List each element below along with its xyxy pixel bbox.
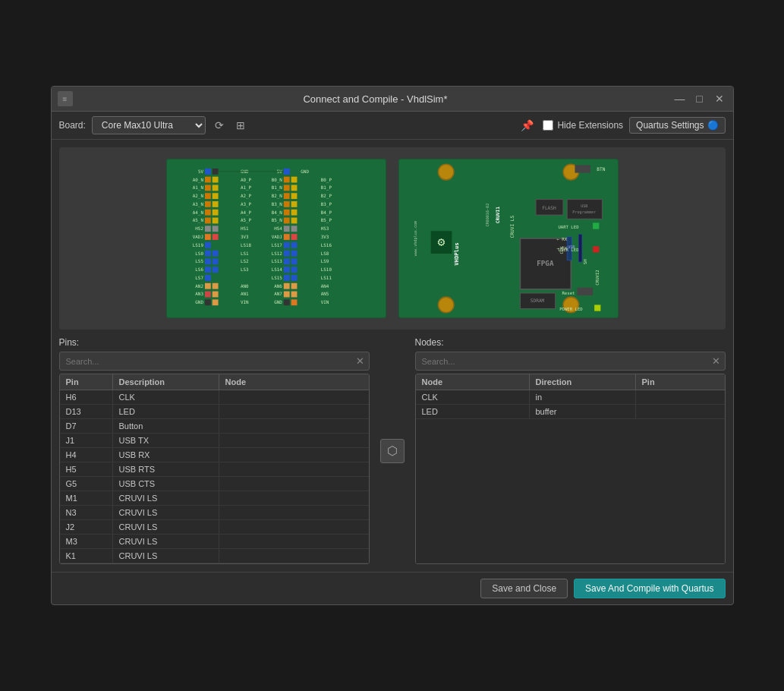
svg-text:A2_N: A2_N bbox=[192, 194, 203, 199]
svg-text:A3_N: A3_N bbox=[192, 202, 203, 207]
pin-r-cell bbox=[636, 405, 725, 418]
svg-text:LS19: LS19 bbox=[192, 243, 203, 248]
pin-cell: J2 bbox=[60, 520, 113, 534]
board-select[interactable]: Core Max10 UltraCore Max10DE0-CVDE1-SoC bbox=[92, 116, 206, 134]
table-row[interactable]: D13 LED bbox=[60, 405, 369, 419]
svg-text:LS0: LS0 bbox=[195, 251, 203, 256]
nodes-table-body[interactable]: CLK in LED buffer bbox=[416, 390, 725, 563]
svg-rect-100 bbox=[212, 292, 218, 298]
nodes-search-input[interactable] bbox=[416, 354, 707, 369]
svg-text:B4_P: B4_P bbox=[320, 210, 332, 216]
table-row[interactable]: M1 CRUVI LS bbox=[60, 491, 369, 506]
node-cell bbox=[219, 535, 369, 548]
svg-rect-1 bbox=[204, 169, 210, 175]
svg-rect-126 bbox=[283, 275, 289, 281]
svg-text:B1_P: B1_P bbox=[320, 185, 332, 191]
table-row[interactable]: K1 CRUVI LS bbox=[60, 549, 369, 563]
table-row[interactable]: D7 Button bbox=[60, 419, 369, 434]
refresh-button[interactable]: ⟳ bbox=[212, 118, 227, 133]
pins-col-description: Description bbox=[113, 374, 219, 390]
svg-rect-94 bbox=[204, 292, 210, 298]
svg-text:B4_N: B4_N bbox=[271, 210, 282, 216]
quartus-settings-button[interactable]: Quartus Settings 🔵 bbox=[629, 117, 725, 134]
table-row[interactable]: LED buffer bbox=[416, 405, 725, 419]
close-button[interactable]: ✕ bbox=[712, 91, 727, 106]
board-label: Board: bbox=[59, 120, 86, 131]
node-cell bbox=[219, 520, 369, 534]
node-cell bbox=[219, 549, 369, 563]
svg-rect-31 bbox=[212, 218, 218, 224]
nodes-search-clear[interactable]: ✕ bbox=[707, 352, 725, 370]
transfer-button[interactable]: ⬡ bbox=[380, 439, 405, 463]
svg-text:3V3: 3V3 bbox=[320, 235, 329, 239]
svg-text:Programmer: Programmer bbox=[572, 210, 596, 215]
table-row[interactable]: H4 USB RX bbox=[60, 448, 369, 462]
svg-text:B5_N: B5_N bbox=[271, 218, 282, 223]
svg-text:LS11: LS11 bbox=[320, 276, 332, 280]
node-cell bbox=[219, 405, 369, 418]
pin-r-cell bbox=[636, 390, 725, 404]
pins-col-node: Node bbox=[219, 374, 369, 390]
minimize-button[interactable]: — bbox=[672, 91, 688, 106]
pins-search-input[interactable] bbox=[60, 354, 351, 369]
svg-text:B2_P: B2_P bbox=[320, 194, 332, 199]
svg-rect-92 bbox=[204, 275, 210, 281]
pins-table-body[interactable]: H6 CLK D13 LED D7 Button J1 USB TX H4 US… bbox=[60, 390, 369, 563]
save-close-button[interactable]: Save and Close bbox=[480, 579, 568, 598]
pins-search-clear[interactable]: ✕ bbox=[351, 352, 369, 370]
table-row[interactable]: N3 CRUVI LS bbox=[60, 506, 369, 520]
svg-rect-107 bbox=[291, 242, 297, 248]
svg-rect-108 bbox=[283, 193, 289, 199]
node-name-cell: LED bbox=[416, 405, 530, 418]
board-visualization: 5V 5V GND GND A0_N A0_P A1_N A1_P A2_N bbox=[59, 147, 726, 330]
svg-text:B3_N: B3_N bbox=[271, 202, 282, 207]
svg-rect-43 bbox=[212, 251, 218, 257]
svg-rect-99 bbox=[212, 283, 218, 289]
svg-text:⚙: ⚙ bbox=[437, 235, 445, 249]
svg-text:USB: USB bbox=[581, 204, 587, 208]
svg-rect-155 bbox=[575, 165, 590, 172]
table-row[interactable]: H6 CLK bbox=[60, 390, 369, 405]
svg-text:AN2: AN2 bbox=[195, 284, 203, 289]
maximize-button[interactable]: □ bbox=[692, 91, 707, 106]
table-row[interactable]: H5 USB RTS bbox=[60, 462, 369, 477]
svg-text:← RX: ← RX bbox=[556, 237, 567, 241]
svg-text:LS10: LS10 bbox=[320, 267, 332, 272]
svg-rect-93 bbox=[204, 283, 210, 289]
pin-button[interactable]: 📌 bbox=[518, 118, 537, 133]
svg-text:A1_P: A1_P bbox=[240, 185, 251, 191]
svg-rect-35 bbox=[204, 234, 210, 240]
table-row[interactable]: G5 USB CTS bbox=[60, 477, 369, 491]
svg-text:VADJ: VADJ bbox=[271, 235, 282, 239]
save-compile-button[interactable]: Save And Compile with Quartus bbox=[574, 579, 725, 598]
table-row[interactable]: J1 USB TX bbox=[60, 434, 369, 448]
svg-text:A2_P: A2_P bbox=[240, 194, 251, 199]
table-row[interactable]: M3 CRUVI LS bbox=[60, 535, 369, 549]
pin-cell: G5 bbox=[60, 477, 113, 491]
nodes-panel-title: Nodes: bbox=[415, 337, 726, 348]
table-row[interactable]: CLK in bbox=[416, 390, 725, 405]
svg-text:AN6: AN6 bbox=[274, 284, 282, 289]
svg-text:B3_P: B3_P bbox=[320, 202, 332, 207]
svg-rect-118 bbox=[283, 234, 289, 240]
desc-cell: Button bbox=[113, 419, 219, 433]
svg-text:LS18: LS18 bbox=[240, 243, 251, 248]
svg-text:AN1: AN1 bbox=[240, 292, 248, 296]
svg-text:A5_N: A5_N bbox=[192, 218, 203, 223]
svg-rect-131 bbox=[291, 292, 297, 298]
svg-rect-53 bbox=[283, 177, 289, 183]
svg-rect-117 bbox=[291, 226, 297, 232]
pin-cell: M3 bbox=[60, 535, 113, 548]
svg-text:LS12: LS12 bbox=[271, 251, 282, 256]
svg-rect-101 bbox=[212, 299, 218, 305]
svg-text:A4_N: A4_N bbox=[192, 210, 203, 216]
hide-extensions-checkbox[interactable] bbox=[543, 120, 553, 131]
fit-button[interactable]: ⊞ bbox=[233, 118, 248, 133]
svg-rect-7 bbox=[212, 169, 218, 175]
node-cell bbox=[219, 419, 369, 433]
svg-text:VIN: VIN bbox=[320, 300, 329, 304]
desc-cell: CRUVI LS bbox=[113, 506, 219, 519]
table-row[interactable]: J2 CRUVI LS bbox=[60, 520, 369, 535]
svg-text:AN7: AN7 bbox=[274, 292, 282, 296]
svg-text:A0_P: A0_P bbox=[240, 178, 251, 183]
